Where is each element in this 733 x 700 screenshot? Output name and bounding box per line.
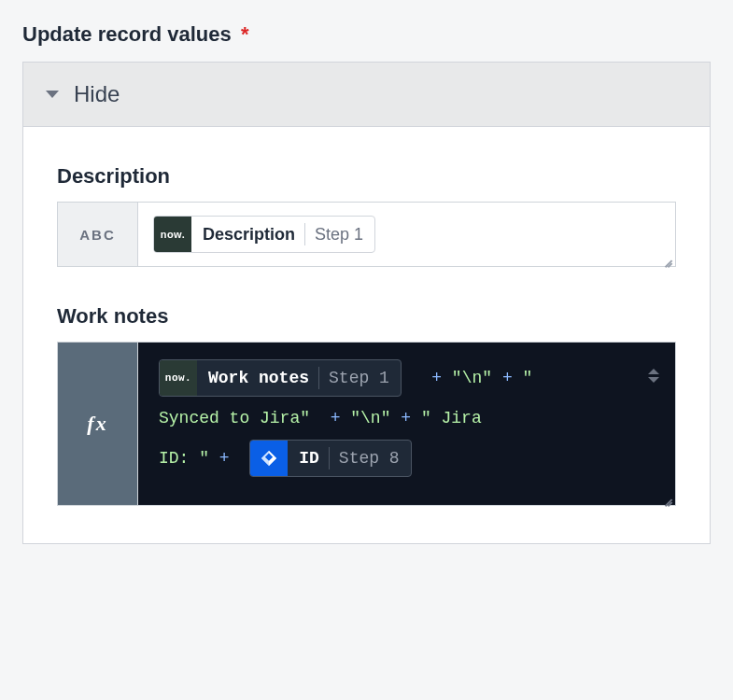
operator-plus: + xyxy=(390,410,420,427)
record-values-panel: Hide Description ABC now. Description St… xyxy=(22,62,711,544)
operator-plus: + xyxy=(209,450,239,467)
resize-handle-icon xyxy=(659,250,672,263)
type-badge-abc[interactable]: ABC xyxy=(58,203,138,266)
field-description: Description ABC now. Description Step 1 xyxy=(57,164,676,267)
work-notes-pill[interactable]: now. Work notes Step 1 xyxy=(159,359,402,397)
pill-name: Work notes xyxy=(197,370,318,386)
work-notes-expression-input[interactable]: now. Work notes Step 1 + "\n" + " Synced… xyxy=(138,343,675,505)
description-pill[interactable]: now. Description Step 1 xyxy=(153,216,375,253)
expression-line-3: ID: " + ID Ste xyxy=(159,440,412,477)
pill-step: Step 1 xyxy=(319,370,401,386)
operator-plus: + xyxy=(492,370,522,386)
description-input[interactable]: now. Description Step 1 xyxy=(138,203,675,266)
pill-step: Step 1 xyxy=(305,225,374,245)
jira-id-pill[interactable]: ID Step 8 xyxy=(249,440,411,477)
resize-handle-icon xyxy=(659,489,672,502)
pill-name: Description xyxy=(191,225,304,245)
string-literal: " xyxy=(522,370,543,386)
caret-down-icon xyxy=(46,91,59,98)
section-title-text: Update record values xyxy=(22,22,232,46)
now-logo-icon: now. xyxy=(154,216,191,253)
description-input-row: ABC now. Description Step 1 xyxy=(57,202,676,267)
string-literal: "\n" xyxy=(350,410,390,427)
expression-line-2: Synced to Jira" + "\n" + " Jira xyxy=(159,410,492,427)
field-work-notes: Work notes fx now. Work notes Step 1 + "… xyxy=(57,304,676,506)
field-label: Work notes xyxy=(57,304,676,329)
section-title: Update record values * xyxy=(22,22,711,47)
jira-logo-icon xyxy=(250,440,288,477)
drag-handle-icon[interactable] xyxy=(645,365,662,385)
operator-plus: + xyxy=(421,370,451,386)
work-notes-input-row: fx now. Work notes Step 1 + "\n" + xyxy=(57,342,676,506)
string-literal: Synced to Jira" xyxy=(159,410,310,427)
panel-header-toggle[interactable]: Hide xyxy=(23,63,710,127)
now-logo-icon: now. xyxy=(160,359,197,397)
type-badge-fx[interactable]: fx xyxy=(58,343,138,505)
string-literal: " Jira xyxy=(421,410,492,427)
operator-plus: + xyxy=(310,410,350,427)
string-literal: "\n" xyxy=(452,370,492,386)
expression-line-1: now. Work notes Step 1 + "\n" + " xyxy=(159,359,543,397)
string-literal: ID: " xyxy=(159,450,209,467)
toggle-label: Hide xyxy=(74,81,120,107)
field-label: Description xyxy=(57,164,676,189)
panel-body: Description ABC now. Description Step 1 xyxy=(23,127,710,543)
pill-name: ID xyxy=(288,450,329,467)
required-indicator: * xyxy=(241,22,249,46)
pill-step: Step 8 xyxy=(330,450,411,467)
